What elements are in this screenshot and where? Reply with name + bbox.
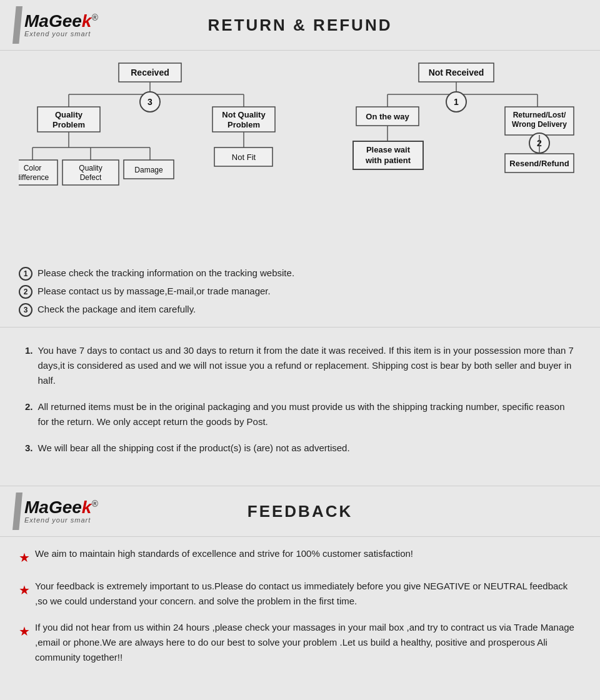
svg-text:Problem: Problem bbox=[52, 120, 85, 129]
return-header: MaGeek® Extend your smart RETURN & REFUN… bbox=[0, 0, 600, 51]
logo-k: k bbox=[82, 11, 92, 31]
svg-text:Color: Color bbox=[24, 164, 42, 172]
feedback-item-2: ★ Your feedback is extremely important t… bbox=[19, 579, 581, 609]
svg-text:Resend/Refund: Resend/Refund bbox=[509, 159, 569, 168]
feedback-text-3: If you did not hear from us within 24 ho… bbox=[35, 620, 581, 665]
note-circle-2: 2 bbox=[19, 285, 32, 299]
svg-text:Please wait: Please wait bbox=[366, 145, 411, 154]
svg-text:Damage: Damage bbox=[134, 166, 163, 174]
feedback-item-1: ★ We aim to maintain high standards of e… bbox=[19, 546, 581, 568]
logo-slash bbox=[12, 6, 22, 44]
feedback-logo-k: k bbox=[82, 498, 92, 517]
feedback-logo-subtitle: Extend your smart bbox=[24, 516, 98, 524]
note-circle-1: 1 bbox=[19, 267, 32, 281]
flowchart-container: Received 3 Quality Problem Not Quality P… bbox=[0, 51, 600, 257]
svg-text:Not  Received: Not Received bbox=[429, 68, 484, 78]
logo-area: MaGeek® Extend your smart bbox=[12, 6, 150, 44]
policy-text-1: You have 7 days to contact us and 30 day… bbox=[38, 343, 575, 388]
svg-text:Not Quality: Not Quality bbox=[222, 110, 266, 119]
svg-text:Received: Received bbox=[131, 68, 169, 78]
note-circle-3: 3 bbox=[19, 303, 32, 317]
star-icon-3: ★ bbox=[19, 621, 30, 641]
note-text-3: Check the package and item carefully. bbox=[38, 302, 196, 317]
feedback-title: FEEDBACK bbox=[150, 502, 450, 521]
page-wrapper: MaGeek® Extend your smart RETURN & REFUN… bbox=[0, 0, 600, 686]
policy-item-1: 1. You have 7 days to contact us and 30 … bbox=[25, 343, 575, 388]
notes-section: 1 Please check the tracking information … bbox=[0, 257, 600, 324]
note-item-2: 2 Please contact us by massage,E-mail,or… bbox=[19, 284, 581, 299]
svg-text:Returned/Lost/: Returned/Lost/ bbox=[513, 111, 566, 119]
note-item-1: 1 Please check the tracking information … bbox=[19, 266, 581, 281]
feedback-item-3: ★ If you did not hear from us within 24 … bbox=[19, 620, 581, 665]
policy-num-3: 3. bbox=[25, 441, 33, 456]
policy-text-3: We will bear all the shipping cost if th… bbox=[38, 441, 350, 456]
policy-num-2: 2. bbox=[25, 399, 33, 414]
svg-text:Defect: Defect bbox=[80, 173, 102, 182]
feedback-logo-area: MaGeek® Extend your smart bbox=[12, 492, 150, 530]
star-icon-2: ★ bbox=[19, 580, 30, 600]
note-text-1: Please check the tracking information on… bbox=[38, 266, 294, 281]
feedback-logo-text: MaGeek® Extend your smart bbox=[24, 499, 98, 524]
logo-subtitle: Extend your smart bbox=[24, 30, 98, 38]
policy-section: 1. You have 7 days to contact us and 30 … bbox=[0, 331, 600, 479]
policy-item-2: 2. All returned items must be in the ori… bbox=[25, 399, 575, 429]
flowchart-svg: Received 3 Quality Problem Not Quality P… bbox=[19, 57, 581, 251]
feedback-text-2: Your feedback is extremely important to … bbox=[35, 579, 581, 609]
svg-text:difference: difference bbox=[19, 173, 49, 182]
feedback-logo-brand: MaGeek® bbox=[24, 499, 98, 516]
policy-item-3: 3. We will bear all the shipping cost if… bbox=[25, 441, 575, 456]
svg-text:3: 3 bbox=[148, 97, 152, 107]
svg-text:On the way: On the way bbox=[366, 112, 409, 121]
svg-text:Quality: Quality bbox=[79, 164, 102, 172]
section-title: RETURN & REFUND bbox=[150, 16, 450, 35]
svg-text:with patient: with patient bbox=[365, 156, 411, 165]
feedback-logo-slash bbox=[12, 492, 22, 530]
feedback-items: ★ We aim to maintain high standards of e… bbox=[0, 537, 600, 686]
logo-text: MaGeek® Extend your smart bbox=[24, 12, 98, 38]
feedback-text-1: We aim to maintain high standards of exc… bbox=[35, 546, 413, 561]
note-text-2: Please contact us by massage,E-mail,or t… bbox=[38, 284, 271, 299]
star-icon-1: ★ bbox=[19, 548, 30, 568]
svg-text:Not Fit: Not Fit bbox=[232, 152, 256, 162]
svg-text:Wrong Delivery: Wrong Delivery bbox=[512, 120, 567, 129]
svg-text:1: 1 bbox=[454, 97, 459, 107]
divider-1 bbox=[0, 327, 600, 328]
svg-text:Quality: Quality bbox=[55, 110, 83, 119]
policy-text-2: All returned items must be in the origin… bbox=[38, 399, 575, 429]
svg-text:Problem: Problem bbox=[228, 120, 260, 129]
note-item-3: 3 Check the package and item carefully. bbox=[19, 302, 581, 317]
logo-brand: MaGeek® bbox=[24, 12, 98, 30]
feedback-header: MaGeek® Extend your smart FEEDBACK bbox=[0, 486, 600, 537]
policy-num-1: 1. bbox=[25, 343, 33, 358]
